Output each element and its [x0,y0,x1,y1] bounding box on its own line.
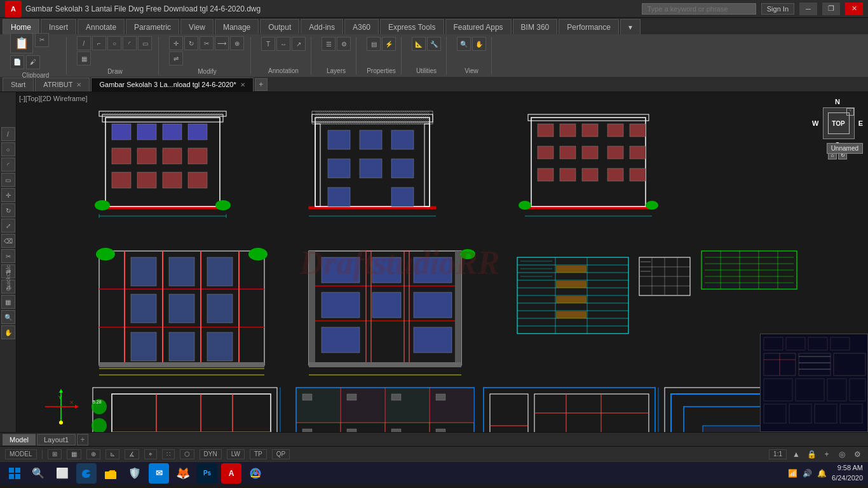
tool-rect[interactable]: ▭ [1,173,15,187]
snap-btn[interactable]: ⊞ [48,449,62,459]
scale-btn[interactable]: 1:1 [769,449,787,459]
minimap[interactable] [760,334,868,432]
rect-btn[interactable]: ▭ [138,36,152,50]
circle-btn[interactable]: ○ [107,36,121,50]
tool-pan[interactable]: ✋ [1,325,15,339]
rotate-btn[interactable]: ↻ [184,36,198,50]
cube-top-face[interactable]: TOP [828,112,850,134]
copy-btn[interactable]: ⊕ [230,36,244,50]
leader-btn[interactable]: ↗ [292,37,306,51]
ribbon-tab-parametric[interactable]: Parametric [126,19,179,34]
ribbon-cut-btn[interactable]: ✂ [35,33,49,47]
tab-atribut-close[interactable]: ✕ [76,81,81,88]
ribbon-tab-output[interactable]: Output [260,19,299,34]
taskbar-security[interactable]: 🛡️ [125,463,145,484]
taskbar-outlook[interactable]: ✉ [149,463,169,484]
osnap-btn[interactable]: ⌖ [144,449,157,459]
windows-start-button[interactable] [5,464,24,483]
ribbon-tab-annotate[interactable]: Annotate [78,19,125,34]
qp-btn[interactable]: QP [272,449,290,459]
taskbar-edge[interactable] [76,463,97,484]
ribbon-tab-home[interactable]: Home [3,19,39,34]
tool-scale[interactable]: ⤢ [1,219,15,233]
ucs-btn[interactable]: ⬡ [180,449,194,459]
dim-btn[interactable]: ↔ [276,37,290,51]
properties-btn[interactable]: ▤ [367,37,381,51]
taskbar-explorer[interactable] [100,463,121,484]
minimize-button[interactable]: ─ [799,3,817,15]
arc-btn[interactable]: ◜ [123,36,137,50]
tool-trim[interactable]: ✂ [1,249,15,263]
grid-btn[interactable]: ▦ [67,449,81,459]
restore-button[interactable]: ❐ [822,3,840,15]
isolate-btn[interactable]: ◎ [836,449,848,460]
tool-zoom[interactable]: 🔍 [1,310,15,324]
line-btn[interactable]: / [77,36,91,50]
ribbon-tab-add-ins[interactable]: Add-ins [301,19,343,34]
ribbon-tab-▾[interactable]: ▾ [620,19,641,34]
tool-array[interactable]: ▦ [1,295,15,309]
tool-rotate[interactable]: ↻ [1,203,15,217]
tab-atribut[interactable]: ATRIBUT ✕ [35,78,90,92]
tool-line[interactable]: / [1,127,15,141]
tp-btn[interactable]: TP [250,449,267,459]
model-tab-add[interactable]: + [77,434,88,445]
system-clock[interactable]: 9:58 AM 6/24/2020 [832,463,863,483]
lock-btn[interactable]: 🔒 [806,449,817,460]
ribbon-tab-bim-360[interactable]: BIM 360 [513,19,558,34]
measure-btn[interactable]: 📐 [412,37,426,51]
trim-btn[interactable]: ✂ [200,36,214,50]
text-btn[interactable]: T [261,37,275,51]
tab-start[interactable]: Start [3,78,34,92]
snap2-btn[interactable]: ⊕ [86,449,100,459]
taskbar-autocad[interactable]: A [221,463,241,484]
match-prop-btn[interactable]: ⚡ [382,37,396,51]
plus-btn[interactable]: + [821,449,832,460]
mirror-btn[interactable]: ⇌ [169,51,183,65]
ribbon-tab-view[interactable]: View [180,19,214,34]
tab-main-drawing[interactable]: Gambar Sekolah 3 La...nload tgl 24-6-202… [91,78,253,92]
taskbar-firefox[interactable]: 🦊 [173,463,193,484]
ribbon-tab-featured-apps[interactable]: Featured Apps [445,19,512,34]
extend-btn[interactable]: ⟶ [215,36,229,50]
ribbon-format-btn[interactable]: 🖌 [26,55,40,69]
taskbar-search[interactable]: 🔍 [28,463,48,484]
model-space-btn[interactable]: MODEL [5,449,37,459]
ribbon-tab-manage[interactable]: Manage [215,19,259,34]
taskbar-notifications-icon[interactable]: 🔔 [817,469,827,478]
model-tab-model[interactable]: Model [3,434,36,445]
ribbon-tab-performance[interactable]: Performance [559,19,619,34]
lw-btn[interactable]: LW [227,449,245,459]
hatch-btn[interactable]: ▦ [77,51,91,65]
taskbar-photoshop[interactable]: Ps [197,463,217,484]
utilities-btn[interactable]: 🔧 [427,37,441,51]
ribbon-tab-a360[interactable]: A360 [344,19,379,34]
nav-cube-box[interactable]: TOP ⌝ [823,107,855,139]
settings-btn[interactable]: ⚙ [851,449,863,460]
ribbon-tab-insert[interactable]: Insert [41,19,76,34]
model-tab-layout1[interactable]: Layout1 [37,434,76,445]
search-input[interactable] [642,3,756,15]
pan-btn[interactable]: ✋ [472,37,486,51]
tool-circle[interactable]: ○ [1,142,15,156]
tool-move[interactable]: ✛ [1,188,15,202]
taskbar-taskview[interactable]: ⬜ [52,463,72,484]
layer-prop-btn[interactable]: ⚙ [337,37,351,51]
polar-btn[interactable]: ∡ [125,449,139,459]
ribbon-paste-btn[interactable]: 📋 [10,33,33,53]
ribbon-tab-express-tools[interactable]: Express Tools [380,19,444,34]
move-btn[interactable]: ✛ [169,36,183,50]
tool-erase[interactable]: ⌫ [1,234,15,248]
dyn-btn[interactable]: DYN [200,449,222,459]
tool-arc[interactable]: ◜ [1,158,15,172]
ortho-btn[interactable]: ⊾ [105,449,119,459]
anno-scale-btn[interactable]: ▲ [790,449,802,460]
layer-btn[interactable]: ☰ [322,37,336,51]
ribbon-copy-btn[interactable]: 📄 [10,55,24,69]
close-button[interactable]: ✕ [845,3,863,15]
taskbar-chrome[interactable] [245,463,266,484]
canvas-area[interactable]: [-][Top][2D Wireframe] [17,92,868,432]
sign-in-button[interactable]: Sign In [761,3,794,15]
polyline-btn[interactable]: ⌐ [92,36,106,50]
otrack-btn[interactable]: ∷ [162,449,175,459]
